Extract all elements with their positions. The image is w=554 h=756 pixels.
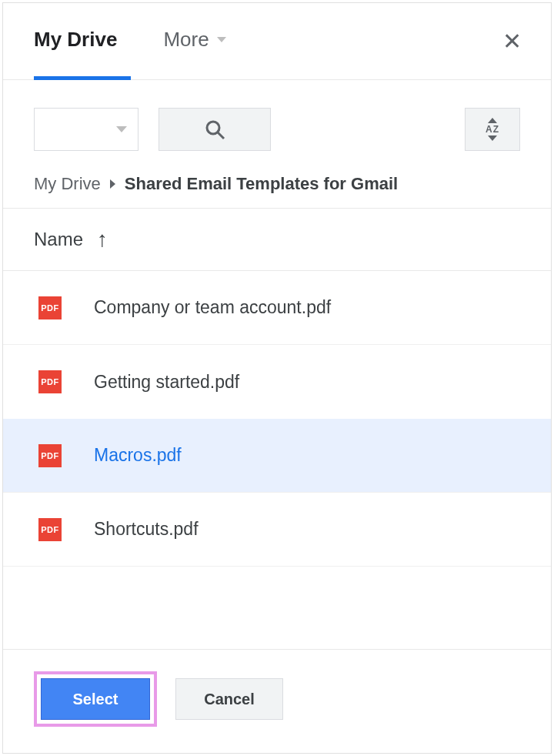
active-tab-indicator xyxy=(34,76,131,80)
pdf-icon: PDF xyxy=(38,296,62,319)
svg-line-1 xyxy=(218,132,224,139)
cancel-button-label: Cancel xyxy=(204,691,255,708)
pdf-icon: PDF xyxy=(38,518,62,541)
file-row[interactable]: PDF Shortcuts.pdf xyxy=(3,493,551,567)
sort-az-icon: AZ xyxy=(486,118,499,141)
pdf-icon: PDF xyxy=(38,370,62,393)
search-button[interactable] xyxy=(159,108,271,151)
toolbar: AZ My Drive Shared Email Templates for G… xyxy=(3,80,551,209)
select-button[interactable]: Select xyxy=(41,678,150,720)
file-list: PDF Company or team account.pdf PDF Gett… xyxy=(3,271,551,649)
toolbar-row: AZ xyxy=(34,108,520,151)
tabs-row: My Drive More ✕ xyxy=(3,3,551,80)
chevron-down-icon xyxy=(217,37,226,42)
cancel-button[interactable]: Cancel xyxy=(175,678,283,720)
breadcrumb-current: Shared Email Templates for Gmail xyxy=(125,174,398,194)
file-name: Shortcuts.pdf xyxy=(94,519,199,540)
filter-dropdown[interactable] xyxy=(34,108,138,151)
chevron-down-icon xyxy=(116,126,127,132)
column-header[interactable]: Name ↑ xyxy=(3,209,551,271)
select-button-label: Select xyxy=(73,691,118,708)
dialog-footer: Select Cancel xyxy=(3,649,551,753)
tab-more[interactable]: More xyxy=(163,28,225,55)
pdf-icon: PDF xyxy=(38,444,62,467)
file-row[interactable]: PDF Getting started.pdf xyxy=(3,345,551,419)
tab-my-drive[interactable]: My Drive xyxy=(34,28,117,55)
tab-more-label: More xyxy=(163,28,209,52)
breadcrumb-root[interactable]: My Drive xyxy=(34,174,101,194)
sort-ascending-icon: ↑ xyxy=(97,227,108,252)
file-row[interactable]: PDF Company or team account.pdf xyxy=(3,271,551,345)
file-name: Company or team account.pdf xyxy=(94,297,331,318)
file-name: Getting started.pdf xyxy=(94,372,239,393)
select-button-highlight: Select xyxy=(34,671,157,727)
file-picker-dialog: My Drive More ✕ AZ xyxy=(2,2,552,754)
sort-button[interactable]: AZ xyxy=(465,108,520,151)
tab-my-drive-label: My Drive xyxy=(34,28,117,52)
file-row[interactable]: PDF Macros.pdf xyxy=(3,419,551,493)
file-name: Macros.pdf xyxy=(94,445,182,466)
search-icon xyxy=(203,118,226,141)
close-button[interactable]: ✕ xyxy=(496,25,528,58)
breadcrumb: My Drive Shared Email Templates for Gmai… xyxy=(34,174,520,194)
close-icon: ✕ xyxy=(502,28,522,54)
chevron-right-icon xyxy=(110,179,115,189)
column-name-label: Name xyxy=(34,229,83,250)
svg-point-0 xyxy=(207,122,219,134)
